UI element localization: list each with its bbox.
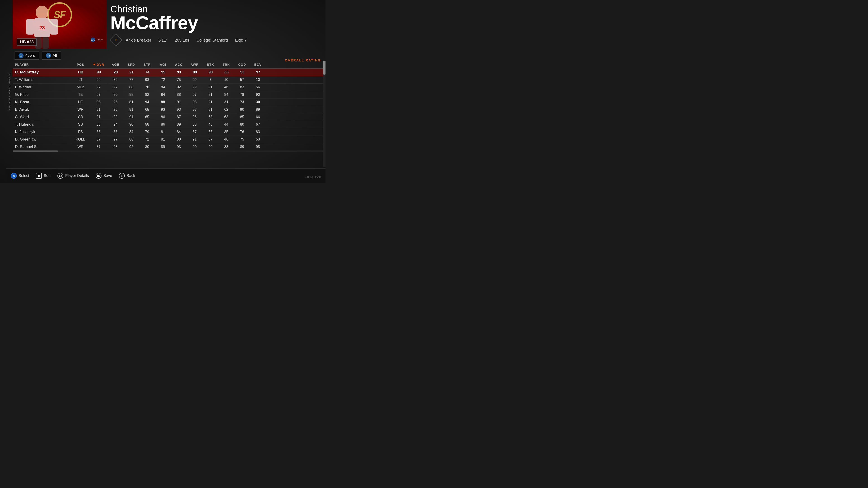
circle-button-icon: ○ [119, 173, 125, 179]
cell-cod: 90 [234, 107, 250, 111]
cell-name: C. McCaffrey [13, 70, 72, 74]
cell-btk: 81 [203, 93, 218, 97]
cell-spd: 86 [123, 137, 139, 141]
cell-ovr: 88 [90, 123, 107, 127]
cell-ovr: 96 [90, 100, 107, 104]
cell-bcv: 89 [250, 107, 266, 111]
cell-btk: 63 [203, 115, 218, 119]
team-filter-btn[interactable]: L2 49ers [14, 52, 39, 60]
cell-pos: MLB [71, 85, 90, 89]
table-row[interactable]: T. HufangaSS8824905886898846448067 [13, 121, 326, 128]
cell-awr: 96 [187, 115, 203, 119]
cell-name: C. Ward [13, 115, 71, 119]
cell-str: 74 [140, 70, 155, 74]
cell-pos: LT [71, 78, 90, 82]
table-row[interactable]: D. GreenlawROLB8727867281889137467553 [13, 136, 326, 143]
cell-name: K. Juszczyk [13, 130, 71, 134]
cell-awr: 93 [187, 107, 203, 111]
cell-agi: 93 [155, 107, 171, 111]
cell-btk: 90 [203, 70, 219, 74]
col-header-pos: POS [71, 63, 90, 66]
cell-spd: 88 [123, 85, 139, 89]
select-action[interactable]: ✕ Select [11, 173, 29, 179]
cell-acc: 87 [171, 115, 187, 119]
cell-awr: 96 [187, 100, 203, 104]
cell-agi: 72 [155, 78, 171, 82]
pos-filter-btn[interactable]: R2 All [41, 52, 61, 60]
cell-ovr: 97 [90, 93, 107, 97]
cell-acc: 93 [171, 70, 187, 74]
roster-table: PLAYER POS OVR AGE SPD STR AGI ACC AWR B… [13, 61, 326, 167]
cell-bcv: 97 [250, 70, 266, 74]
back-action[interactable]: ○ Back [119, 173, 135, 179]
cell-acc: 93 [171, 107, 187, 111]
save-action[interactable]: R3 Save [96, 173, 112, 179]
cell-btk: 21 [203, 100, 218, 104]
table-row[interactable]: G. KittleTE9730888284889781847890 [13, 91, 326, 98]
player-details-action[interactable]: L3 Player Details [57, 173, 89, 179]
cell-str: 79 [139, 130, 155, 134]
cell-pos: SS [71, 123, 90, 127]
svg-text:⚡: ⚡ [115, 38, 118, 41]
cell-trk: 85 [218, 130, 234, 134]
cell-trk: 84 [218, 93, 234, 97]
sort-arrow-icon [93, 64, 96, 66]
player-archetype: Ankle Breaker [126, 38, 151, 43]
cell-bcv: 66 [250, 115, 266, 119]
cell-agi: 86 [155, 115, 171, 119]
cell-pos: ROLB [71, 137, 90, 141]
cell-agi: 95 [155, 70, 171, 74]
cell-bcv: 95 [250, 145, 266, 149]
cell-cod: 89 [234, 145, 250, 149]
cell-str: 94 [139, 100, 155, 104]
save-label: Save [103, 173, 112, 178]
league-badges: NFL NFLPA [90, 37, 103, 42]
cell-str: 80 [139, 145, 155, 149]
cell-pos: LE [71, 100, 90, 104]
cell-agi: 81 [155, 137, 171, 141]
cell-acc: 88 [171, 93, 187, 97]
table-row[interactable]: N. BosaLE9626819488919621317330 [13, 98, 326, 106]
cell-trk: 63 [218, 115, 234, 119]
sort-action[interactable]: ■ Sort [36, 173, 51, 179]
table-header: PLAYER POS OVR AGE SPD STR AGI ACC AWR B… [13, 61, 326, 68]
cell-pos: CB [71, 115, 90, 119]
table-row[interactable]: C. WardCB9128916586879663638566 [13, 113, 326, 121]
table-row[interactable]: T. WilliamsLT993677987275997105710 [13, 76, 326, 84]
cell-btk: 7 [203, 78, 218, 82]
table-row[interactable]: C. McCaffreyHB9928917495939990659397 [13, 68, 326, 76]
table-row[interactable]: D. Samuel SrWR8728928089939090838995 [13, 143, 326, 151]
cell-acc: 92 [171, 85, 187, 89]
cell-bcv: 56 [250, 85, 266, 89]
watermark: OPM_Ben [305, 175, 321, 179]
col-header-ovr[interactable]: OVR [90, 63, 107, 66]
cell-awr: 97 [187, 93, 203, 97]
cell-age: 24 [107, 123, 123, 127]
cell-trk: 83 [218, 145, 234, 149]
table-row[interactable]: F. WarnerMLB9727887684929921468356 [13, 84, 326, 91]
player-weight: 205 Lbs [175, 38, 189, 43]
cell-trk: 10 [218, 78, 234, 82]
cell-cod: 73 [234, 100, 250, 104]
cell-spd: 91 [124, 70, 140, 74]
r2-button: R2 [46, 53, 51, 58]
player-attributes: ⚡ Ankle Breaker 5'11" 205 Lbs College: S… [110, 34, 321, 46]
cell-trk: 62 [218, 107, 234, 111]
cell-str: 72 [139, 137, 155, 141]
table-row[interactable]: B. AiyukWR9126916593939381629089 [13, 106, 326, 113]
cell-spd: 91 [123, 107, 139, 111]
col-header-btk: BTK [203, 63, 218, 66]
player-last-name: McCaffrey [110, 14, 321, 32]
v-scrollbar-track[interactable] [323, 61, 326, 167]
cell-cod: 80 [234, 123, 250, 127]
h-scrollbar[interactable] [13, 151, 323, 152]
cell-age: 33 [107, 130, 123, 134]
h-scrollbar-thumb [13, 151, 58, 152]
filter-row: L2 49ers R2 All [14, 52, 61, 60]
table-row[interactable]: K. JuszczykFB8833847981848766857683 [13, 128, 326, 136]
cell-cod: 78 [234, 93, 250, 97]
svg-rect-3 [50, 19, 58, 35]
cell-ovr: 87 [90, 145, 107, 149]
cell-ovr: 88 [90, 130, 107, 134]
cell-ovr: 99 [90, 70, 108, 74]
